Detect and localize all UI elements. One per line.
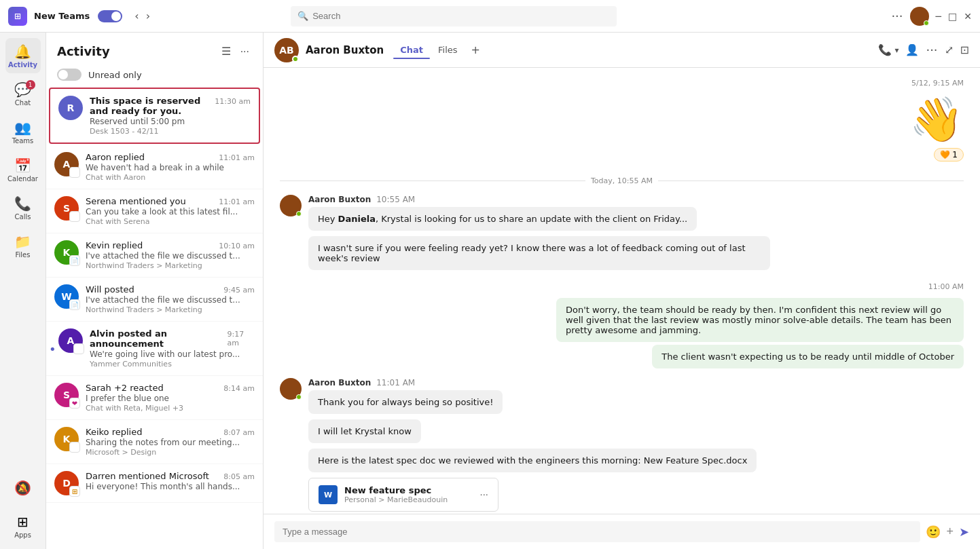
list-item[interactable]: K 📄 Kevin replied 10:10 am I've attached… [46, 233, 263, 278]
sidebar-item-notifications[interactable]: 🔕 [5, 470, 41, 506]
file-info: New feature spec Personal > MarieBeaudou… [344, 485, 448, 504]
search-icon: 🔍 [297, 11, 308, 21]
list-item[interactable]: S @ Serena mentioned you 11:01 am Can yo… [46, 189, 263, 233]
search-input[interactable] [312, 11, 610, 21]
sidebar-item-teams[interactable]: 👥 Teams [5, 114, 41, 149]
mention-icon-overlay: @ [69, 211, 80, 222]
close-btn[interactable]: ✕ [964, 11, 972, 22]
file-more-btn[interactable]: ··· [480, 490, 488, 500]
minimize-btn[interactable]: ─ [936, 11, 941, 22]
activity-time: 11:01 am [219, 197, 255, 206]
chat-contact-avatar: AB [274, 38, 299, 62]
activity-content: Will posted 9:45 am I've attached the fi… [86, 284, 255, 314]
online-status-dot [924, 20, 929, 26]
activity-content: Serena mentioned you 11:01 am Can you ta… [86, 196, 255, 226]
activity-sender: Aaron replied [86, 152, 145, 162]
app-toggle[interactable] [98, 10, 122, 22]
filter-icon[interactable]: ☰ [219, 42, 234, 60]
tab-chat[interactable]: Chat [393, 41, 430, 59]
activity-sender: Keiko replied [86, 427, 142, 437]
user-avatar[interactable] [910, 7, 929, 26]
files-label: Files [16, 251, 31, 259]
activity-label: Activity [8, 61, 37, 69]
sidebar-item-apps[interactable]: ⊞ Apps [5, 508, 41, 544]
sidebar-item-files[interactable]: 📁 Files [5, 228, 41, 263]
activity-context: Yammer Communities [90, 360, 255, 368]
file-name: New feature spec [344, 485, 448, 495]
bubble: I wasn't sure if you were feeling ready … [308, 236, 770, 270]
main-chat-area: AB Aaron Buxton Chat Files + 📞 [264, 33, 980, 549]
more-chat-options[interactable]: ··· [926, 43, 937, 57]
topbar-more[interactable]: ··· [891, 9, 903, 23]
add-tab-btn[interactable]: + [466, 39, 486, 60]
calendar-icon: 📅 [14, 157, 31, 174]
nav-back[interactable]: ‹ [134, 10, 139, 22]
list-item[interactable]: • A ↩ Alvin posted an announcement 9:17 … [46, 322, 263, 376]
bubble-3b: I will let Krystal know [308, 419, 421, 443]
app-icon: ⊞ [8, 7, 27, 26]
attach-btn[interactable]: + [946, 525, 954, 539]
timestamp-11am: 11:00 AM [280, 282, 964, 291]
popout-btn[interactable]: ⤢ [945, 43, 954, 56]
tab-files[interactable]: Files [431, 41, 465, 59]
emoji-btn[interactable]: 🙂 [926, 525, 941, 539]
teams-label: Teams [12, 137, 34, 145]
avatar: A ↩ [54, 152, 79, 176]
calls-icon: 📞 [14, 195, 31, 212]
activity-context: Chat with Aaron [86, 173, 255, 182]
chat-label: Chat [15, 99, 31, 107]
list-item[interactable]: S ❤ Sarah +2 reacted 8:14 am I prefer th… [46, 376, 263, 420]
video-btn[interactable]: 👤 [905, 43, 919, 56]
msg-sender-2: Aaron Buxton [308, 378, 371, 387]
msg-online-dot-2 [296, 394, 302, 400]
list-item[interactable]: K ↩ Keiko replied 8:07 am Sharing the no… [46, 420, 263, 464]
topbar: ⊞ New Teams ‹ › 🔍 ··· ─ □ ✕ [0, 0, 980, 33]
activity-icon: 🔔 [14, 43, 31, 60]
file-path: Personal > MarieBeaudouin [344, 495, 448, 504]
activity-time: 9:45 am [223, 286, 255, 295]
send-btn[interactable]: ➤ [959, 525, 969, 539]
sidebar-item-calls[interactable]: 📞 Calls [5, 190, 41, 225]
sidebar-item-activity[interactable]: 🔔 Activity [5, 38, 41, 73]
message-input[interactable] [274, 521, 920, 542]
nav-forward[interactable]: › [146, 10, 150, 22]
file-attachment[interactable]: W New feature spec Personal > MarieBeaud… [308, 478, 498, 512]
reaction-count: 1 [952, 150, 958, 159]
chat-badge: 1 [26, 80, 35, 90]
reply2-icon-overlay: ↩ [73, 343, 84, 354]
bubble-3c: Here is the latest spec doc we reviewed … [308, 449, 757, 472]
call-btn[interactable]: 📞 ▾ [878, 43, 899, 56]
outgoing-bubble: Don't worry, the team should be ready by… [556, 298, 964, 342]
sidebar-item-calendar[interactable]: 📅 Calendar [5, 152, 41, 187]
chat-input-area: 🙂 + ➤ [264, 514, 980, 549]
activity-preview: Hi everyone! This month's all hands... [86, 482, 255, 491]
mention2-icon-overlay: ⊞ [69, 486, 80, 497]
unread-indicator: • [49, 341, 56, 356]
activity-sender: Will posted [86, 284, 134, 295]
msg-avatar [280, 195, 302, 216]
activity-preview: I've attached the file we discussed t... [86, 251, 255, 261]
calls-label: Calls [15, 213, 31, 221]
sidebar-item-chat[interactable]: 💬 Chat 1 [5, 76, 41, 111]
activity-content: Darren mentioned Microsoft 8:05 am Hi ev… [86, 471, 255, 491]
activity-context: Chat with Serena [86, 217, 255, 226]
calendar-label: Calendar [7, 175, 38, 183]
reaction-pill[interactable]: 🧡 1 [934, 148, 964, 162]
activity-sender: Serena mentioned you [86, 196, 186, 206]
message-group-2: Aaron Buxton 11:01 AM Thank you for alwa… [280, 378, 964, 512]
avatar: W 📄 [54, 284, 79, 309]
list-item[interactable]: A ↩ Aaron replied 11:01 am We haven't ha… [46, 145, 263, 189]
more-options-icon[interactable]: ··· [238, 42, 252, 60]
chat-header: AB Aaron Buxton Chat Files + 📞 [264, 33, 980, 68]
chat-body: 5/12, 9:15 AM 👋 🧡 1 Today, 10:55 AM [264, 68, 980, 514]
activity-preview: We're going live with our latest pro... [90, 349, 255, 359]
list-item[interactable]: D ⊞ Darren mentioned Microsoft 8:05 am H… [46, 464, 263, 503]
list-item[interactable]: R This space is reserved and ready for y… [49, 88, 260, 144]
msg-content: Aaron Buxton 10:55 AM Hey Daniela, Kryst… [308, 195, 770, 270]
list-item[interactable]: W 📄 Will posted 9:45 am I've attached th… [46, 278, 263, 322]
expand-btn[interactable]: ⊡ [960, 43, 969, 56]
unread-toggle-switch[interactable] [57, 69, 81, 81]
msg-avatar-2 [280, 378, 302, 400]
activity-sender: Alvin posted an announcement [90, 328, 227, 349]
maximize-btn[interactable]: □ [948, 11, 957, 22]
